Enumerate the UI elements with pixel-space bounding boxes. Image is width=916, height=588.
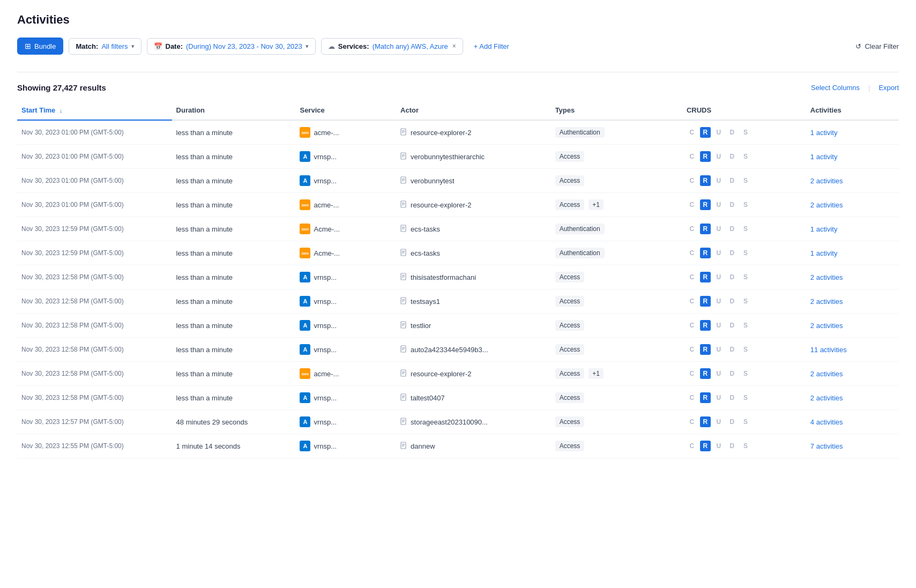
activities-link[interactable]: 11 activities bbox=[810, 346, 847, 354]
col-header-activities[interactable]: Activities bbox=[806, 101, 899, 120]
actor-document-icon bbox=[400, 321, 407, 330]
cell-actor: resource-explorer-2 bbox=[396, 362, 551, 386]
table-row[interactable]: Nov 30, 2023 01:00 PM (GMT-5:00)less tha… bbox=[17, 120, 899, 145]
cell-starttime: Nov 30, 2023 01:00 PM (GMT-5:00) bbox=[17, 169, 172, 193]
export-button[interactable]: Export bbox=[878, 84, 899, 92]
col-header-duration[interactable]: Duration bbox=[172, 101, 296, 120]
type-badge: Authentication bbox=[555, 127, 605, 138]
select-columns-button[interactable]: Select Columns bbox=[811, 84, 860, 92]
cell-activities[interactable]: 11 activities bbox=[806, 338, 899, 362]
aws-logo: aws bbox=[300, 199, 310, 210]
col-header-types[interactable]: Types bbox=[551, 101, 682, 120]
services-filter-chip[interactable]: ☁ Services: (Match any) AWS, Azure × bbox=[321, 38, 463, 55]
activities-link[interactable]: 2 activities bbox=[810, 394, 843, 402]
activities-link[interactable]: 1 activity bbox=[810, 129, 838, 137]
add-filter-button[interactable]: + Add Filter bbox=[468, 39, 515, 54]
clear-filter-button[interactable]: ↺ Clear Filter bbox=[855, 42, 899, 50]
table-row[interactable]: Nov 30, 2023 12:59 PM (GMT-5:00)less tha… bbox=[17, 241, 899, 265]
service-name: vrnsp... bbox=[314, 418, 337, 426]
cell-activities[interactable]: 2 activities bbox=[806, 314, 899, 338]
cell-activities[interactable]: 1 activity bbox=[806, 241, 899, 265]
cell-types: Access bbox=[551, 410, 682, 434]
col-header-service[interactable]: Service bbox=[295, 101, 396, 120]
table-row[interactable]: Nov 30, 2023 12:58 PM (GMT-5:00)less tha… bbox=[17, 386, 899, 410]
cell-service: Avrnsp... bbox=[295, 289, 396, 314]
cell-service: Avrnsp... bbox=[295, 265, 396, 289]
crud-letter-c: C bbox=[687, 296, 697, 307]
crud-letter-s: S bbox=[740, 248, 751, 258]
azure-logo: A bbox=[300, 441, 310, 451]
cell-duration: less than a minute bbox=[172, 314, 296, 338]
crud-letter-s: S bbox=[740, 127, 751, 138]
crud-letter-s: S bbox=[740, 320, 751, 331]
cell-activities[interactable]: 2 activities bbox=[806, 193, 899, 217]
cell-duration: less than a minute bbox=[172, 265, 296, 289]
date-chevron-icon: ▾ bbox=[306, 43, 309, 50]
service-name: acme-... bbox=[314, 370, 339, 378]
table-row[interactable]: Nov 30, 2023 01:00 PM (GMT-5:00)less tha… bbox=[17, 145, 899, 169]
actor-name: resource-explorer-2 bbox=[411, 370, 471, 378]
table-row[interactable]: Nov 30, 2023 12:58 PM (GMT-5:00)less tha… bbox=[17, 314, 899, 338]
cell-types: Access bbox=[551, 314, 682, 338]
services-close-icon[interactable]: × bbox=[452, 42, 456, 50]
service-name: acme-... bbox=[314, 201, 339, 209]
page-title: Activities bbox=[17, 13, 899, 27]
service-name: vrnsp... bbox=[314, 394, 337, 402]
crud-letter-u: U bbox=[713, 224, 724, 234]
col-header-actor[interactable]: Actor bbox=[396, 101, 551, 120]
cell-activities[interactable]: 1 activity bbox=[806, 217, 899, 241]
activities-link[interactable]: 1 activity bbox=[810, 225, 838, 233]
actor-document-icon bbox=[400, 393, 407, 403]
cell-activities[interactable]: 2 activities bbox=[806, 265, 899, 289]
cell-duration: less than a minute bbox=[172, 217, 296, 241]
crud-letter-r: R bbox=[700, 416, 711, 427]
cell-cruds: CRUDS bbox=[682, 314, 806, 338]
table-row[interactable]: Nov 30, 2023 12:58 PM (GMT-5:00)less tha… bbox=[17, 338, 899, 362]
cell-activities[interactable]: 2 activities bbox=[806, 362, 899, 386]
cell-activities[interactable]: 1 activity bbox=[806, 120, 899, 145]
table-row[interactable]: Nov 30, 2023 12:58 PM (GMT-5:00)less tha… bbox=[17, 362, 899, 386]
bundle-button[interactable]: ⊞ Bundle bbox=[17, 38, 63, 55]
cell-activities[interactable]: 2 activities bbox=[806, 289, 899, 314]
activities-link[interactable]: 1 activity bbox=[810, 249, 838, 257]
cell-activities[interactable]: 7 activities bbox=[806, 434, 899, 458]
activities-link[interactable]: 7 activities bbox=[810, 442, 843, 450]
crud-letter-r: R bbox=[700, 272, 711, 282]
table-row[interactable]: Nov 30, 2023 12:57 PM (GMT-5:00)48 minut… bbox=[17, 410, 899, 434]
crud-letter-c: C bbox=[687, 175, 697, 186]
activities-link[interactable]: 2 activities bbox=[810, 273, 843, 281]
activities-link[interactable]: 1 activity bbox=[810, 153, 838, 161]
table-row[interactable]: Nov 30, 2023 12:55 PM (GMT-5:00)1 minute… bbox=[17, 434, 899, 458]
table-row[interactable]: Nov 30, 2023 12:59 PM (GMT-5:00)less tha… bbox=[17, 217, 899, 241]
calendar-icon: 📅 bbox=[154, 42, 162, 50]
activities-link[interactable]: 2 activities bbox=[810, 370, 843, 378]
activities-link[interactable]: 2 activities bbox=[810, 177, 843, 185]
col-header-cruds[interactable]: CRUDS bbox=[682, 101, 806, 120]
crud-letter-u: U bbox=[713, 272, 724, 282]
table-row[interactable]: Nov 30, 2023 01:00 PM (GMT-5:00)less tha… bbox=[17, 169, 899, 193]
crud-letter-c: C bbox=[687, 441, 697, 451]
table-row[interactable]: Nov 30, 2023 12:58 PM (GMT-5:00)less tha… bbox=[17, 265, 899, 289]
cell-service: Avrnsp... bbox=[295, 145, 396, 169]
service-name: vrnsp... bbox=[314, 177, 337, 185]
table-row[interactable]: Nov 30, 2023 01:00 PM (GMT-5:00)less tha… bbox=[17, 193, 899, 217]
bundle-label: Bundle bbox=[34, 42, 56, 50]
cell-activities[interactable]: 2 activities bbox=[806, 386, 899, 410]
activities-link[interactable]: 2 activities bbox=[810, 322, 843, 330]
crud-letter-s: S bbox=[740, 199, 751, 210]
cell-starttime: Nov 30, 2023 01:00 PM (GMT-5:00) bbox=[17, 145, 172, 169]
date-filter-chip[interactable]: 📅 Date: (During) Nov 23, 2023 - Nov 30, … bbox=[147, 38, 316, 55]
cell-cruds: CRUDS bbox=[682, 241, 806, 265]
cell-activities[interactable]: 1 activity bbox=[806, 145, 899, 169]
match-filter-chip[interactable]: Match: All filters ▾ bbox=[69, 38, 141, 55]
activities-link[interactable]: 4 activities bbox=[810, 418, 843, 426]
col-header-starttime[interactable]: Start Time ↓ bbox=[17, 101, 172, 120]
crud-letter-u: U bbox=[713, 151, 724, 162]
cell-activities[interactable]: 2 activities bbox=[806, 169, 899, 193]
activities-link[interactable]: 2 activities bbox=[810, 297, 843, 306]
cell-activities[interactable]: 4 activities bbox=[806, 410, 899, 434]
crud-letter-r: R bbox=[700, 224, 711, 234]
activities-link[interactable]: 2 activities bbox=[810, 201, 843, 209]
cell-cruds: CRUDS bbox=[682, 217, 806, 241]
table-row[interactable]: Nov 30, 2023 12:58 PM (GMT-5:00)less tha… bbox=[17, 289, 899, 314]
